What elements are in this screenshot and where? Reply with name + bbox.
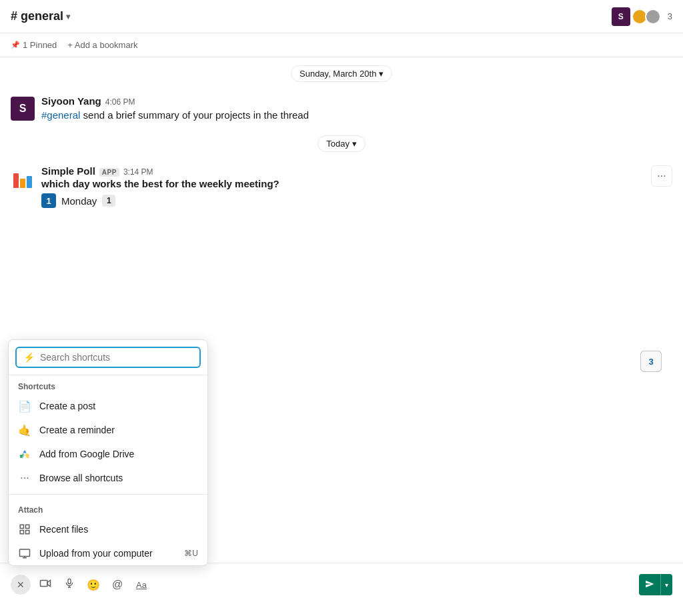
svg-rect-6 — [68, 579, 71, 583]
shortcut-search-box: ⚡ — [9, 340, 207, 375]
google-drive-label: Add from Google Drive — [39, 449, 134, 459]
poll-message: Simple Poll APP 3:14 PM which day works … — [0, 160, 683, 213]
poll-question: which day works the best for the weekly … — [41, 178, 672, 189]
shortcut-google-drive[interactable]: Add from Google Drive — [9, 442, 207, 466]
attach-upload-computer[interactable]: Upload from your computer ⌘U — [9, 541, 207, 565]
poll-time: 3:14 PM — [123, 167, 153, 177]
siyoon-author: Siyoon Yang — [41, 95, 101, 107]
more-options-button[interactable]: ··· — [651, 165, 672, 187]
video-button[interactable] — [36, 575, 55, 594]
reaction-3-icon: 3 — [648, 357, 653, 367]
emoji-icon: 🙂 — [87, 579, 100, 591]
channel-name-text: # general — [11, 9, 63, 23]
mic-button[interactable] — [60, 575, 79, 594]
upload-shortcut-key: ⌘U — [184, 549, 198, 558]
lightning-search-icon: ⚡ — [23, 352, 35, 363]
avatar-gray — [645, 9, 661, 25]
channel-mention-link[interactable]: #general — [41, 109, 80, 121]
format-icon: Aa — [136, 580, 147, 590]
message-text-suffix: send a brief summary of your projects in… — [83, 109, 309, 121]
poll-option-monday: 1 Monday 1 — [41, 193, 672, 208]
close-icon: ✕ — [17, 579, 25, 590]
popup-divider — [9, 494, 207, 495]
poll-message-content: Simple Poll APP 3:14 PM which day works … — [41, 165, 672, 208]
member-count: 3 — [668, 11, 672, 21]
date-pill-sunday[interactable]: Sunday, March 20th ▾ — [291, 65, 392, 82]
channel-chevron-icon: ▾ — [66, 12, 70, 21]
browse-all-label: Browse all shortcuts — [39, 473, 123, 483]
channel-header: # general ▾ S 3 — [0, 0, 683, 33]
send-icon — [645, 579, 654, 591]
upload-computer-icon — [18, 547, 31, 560]
add-bookmark-label: + Add a bookmark — [67, 40, 137, 50]
create-post-icon: 📄 — [18, 399, 31, 413]
channel-title[interactable]: # general ▾ — [11, 9, 70, 23]
send-chevron-icon: ▾ — [665, 581, 668, 589]
message-siyoon: S Siyoon Yang 4:06 PM #general send a br… — [0, 90, 683, 127]
search-inner: ⚡ — [15, 347, 201, 368]
shortcuts-section-label: Shortcuts — [9, 375, 207, 394]
pinned-label: 1 Pinned — [23, 40, 57, 50]
google-drive-icon — [18, 447, 31, 461]
siyoon-time: 4:06 PM — [105, 97, 135, 107]
mention-button[interactable]: @ — [108, 575, 127, 594]
reaction-button-3[interactable]: 3 — [640, 351, 662, 372]
recent-files-label: Recent files — [39, 524, 88, 535]
siyoon-message-content: Siyoon Yang 4:06 PM #general send a brie… — [41, 95, 672, 122]
option-number-1: 1 — [41, 193, 56, 208]
pinned-item[interactable]: 📌 1 Pinned — [11, 40, 57, 50]
pin-icon: 📌 — [11, 41, 20, 49]
siyoon-message-header: Siyoon Yang 4:06 PM — [41, 95, 672, 107]
upload-computer-label: Upload from your computer — [39, 548, 153, 559]
shortcut-browse-all[interactable]: ··· Browse all shortcuts — [9, 466, 207, 490]
close-button[interactable]: ✕ — [11, 575, 31, 595]
svg-rect-5 — [41, 581, 48, 587]
create-reminder-icon: 🤙 — [18, 423, 31, 437]
search-shortcuts-input[interactable] — [40, 352, 193, 363]
create-reminder-label: Create a reminder — [39, 425, 115, 435]
svg-rect-0 — [20, 525, 23, 528]
shortcut-popup: ⚡ Shortcuts 📄 Create a post 🤙 Create a r… — [8, 339, 208, 566]
emoji-button[interactable]: 🙂 — [84, 575, 103, 594]
siyoon-message-text: #general send a brief summary of your pr… — [41, 108, 672, 122]
browse-all-icon: ··· — [18, 471, 31, 485]
send-caret-button[interactable]: ▾ — [660, 574, 672, 595]
bookmark-bar: 📌 1 Pinned + Add a bookmark — [0, 33, 683, 57]
format-button[interactable]: Aa — [132, 575, 151, 594]
svg-rect-3 — [26, 531, 29, 534]
mic-icon — [64, 577, 75, 592]
shortcut-create-reminder[interactable]: 🤙 Create a reminder — [9, 418, 207, 442]
toolbar-row: ✕ 🙂 @ Aa — [8, 569, 675, 595]
attach-section-label: Attach — [9, 499, 207, 517]
video-icon — [39, 577, 51, 592]
svg-rect-4 — [20, 549, 30, 557]
svg-rect-1 — [26, 525, 29, 528]
poll-message-header: Simple Poll APP 3:14 PM — [41, 165, 672, 177]
date-today-text: Today ▾ — [326, 139, 356, 149]
avatar-s: S — [612, 7, 630, 26]
input-area: ✕ 🙂 @ Aa — [0, 563, 683, 616]
date-separator-sunday: Sunday, March 20th ▾ — [0, 57, 683, 90]
header-right-controls: S 3 — [612, 7, 672, 26]
at-icon: @ — [112, 579, 123, 591]
app-badge: APP — [99, 168, 119, 177]
date-separator-today: Today ▾ — [0, 127, 683, 160]
bar-chart-icon — [13, 169, 32, 188]
siyoon-avatar: S — [11, 97, 35, 121]
date-sunday-text: Sunday, March 20th ▾ — [299, 69, 384, 79]
member-avatars[interactable] — [634, 9, 661, 25]
option-count-1: 1 — [102, 195, 115, 207]
poll-avatar — [11, 167, 35, 191]
poll-author: Simple Poll — [41, 165, 95, 177]
recent-files-icon — [18, 523, 31, 536]
attach-recent-files[interactable]: Recent files — [9, 517, 207, 541]
shortcut-create-post[interactable]: 📄 Create a post — [9, 394, 207, 418]
date-pill-today[interactable]: Today ▾ — [317, 135, 365, 152]
option-monday-label: Monday — [61, 195, 97, 207]
send-button-group: ▾ — [639, 574, 672, 595]
svg-rect-2 — [20, 531, 23, 534]
create-post-label: Create a post — [39, 401, 95, 411]
add-bookmark-item[interactable]: + Add a bookmark — [67, 40, 137, 50]
more-dots-icon: ··· — [657, 170, 666, 182]
send-main-button[interactable] — [639, 574, 660, 595]
